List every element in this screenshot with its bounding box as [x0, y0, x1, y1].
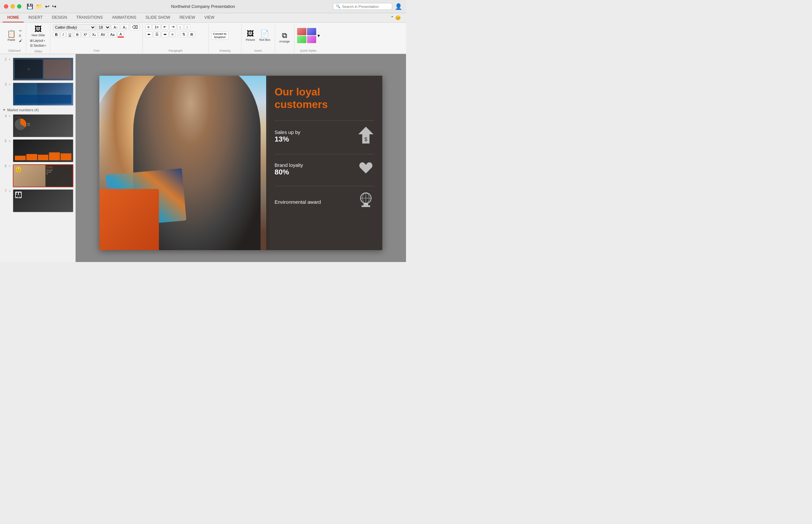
save-icon[interactable]: 💾	[27, 3, 33, 10]
cut-button[interactable]: ✂	[18, 29, 23, 33]
tab-home[interactable]: HOME	[3, 13, 24, 22]
window-controls[interactable]	[4, 4, 21, 9]
convert-smartart-button[interactable]: Convert toSmartArt	[211, 31, 229, 40]
tab-design[interactable]: DESIGN	[47, 13, 72, 22]
align-center-button[interactable]: ☰	[153, 32, 160, 37]
slide-thumbnail-5[interactable]	[13, 139, 73, 162]
align-left-button[interactable]: ⬅	[146, 32, 152, 37]
paste-icon: 📋	[7, 30, 16, 38]
slide-title: Our loyal customers	[274, 86, 374, 111]
columns-button[interactable]: ⫶	[184, 24, 190, 30]
textbox-icon: 📄	[260, 30, 269, 38]
align-right-button[interactable]: ➡	[162, 32, 168, 37]
slide-item-2[interactable]: 2 ★ 🎧	[0, 56, 75, 82]
slide-panel: 2 ★ 🎧 3 ★	[0, 54, 76, 262]
font-color-button[interactable]: A	[117, 32, 124, 37]
ribbon-group-slides: 🖼 New Slide ⊞ Layout ▾ ☰ Section ▾ Slide…	[26, 24, 50, 53]
slide-thumbnail-6[interactable]: 😊 Our loyalcustomers Sales up 13% Brand …	[13, 164, 73, 187]
layout-dropdown-arrow: ▾	[44, 39, 45, 42]
slide-item-6[interactable]: 6 ★ 😊 Our loyalcustomers Sales up 13% Br…	[0, 163, 75, 188]
paste-button[interactable]: 📋 Paste	[5, 29, 17, 43]
line-spacing-button[interactable]: ↕	[177, 24, 183, 30]
copy-button[interactable]: ⎘	[18, 34, 23, 38]
arrange-icon: ⧉	[282, 31, 287, 40]
superscript-button[interactable]: X²	[82, 32, 89, 37]
char-spacing-button[interactable]: AV	[99, 32, 107, 37]
window-title: Northwind Company Presentation	[171, 4, 235, 9]
font-size-select[interactable]: 18	[97, 24, 111, 30]
slide-item-4[interactable]: 4 ★ Northwind 26%21%	[0, 113, 75, 138]
svg-rect-7	[361, 206, 370, 207]
layout-button[interactable]: ⊞ Layout ▾	[29, 38, 47, 43]
bold-button[interactable]: B	[53, 32, 60, 37]
insert-group-label: Insert	[244, 48, 272, 53]
undo-icon[interactable]: ↩	[45, 3, 49, 10]
open-icon[interactable]: 📁	[36, 3, 43, 10]
minimize-button[interactable]	[11, 4, 15, 9]
user-icon[interactable]: 😊	[395, 15, 401, 20]
font-size-increase-button[interactable]: A↑	[112, 25, 120, 30]
section-header[interactable]: ▼ Market numbers (4)	[0, 107, 75, 113]
search-input[interactable]	[342, 5, 388, 9]
numbering-button[interactable]: 1≡	[152, 24, 160, 30]
ribbon-toolbar: 📋 Paste ✂ ⎘ 🖌 Clipboard 🖼 New Slide ⊞ La…	[0, 23, 406, 54]
canvas-area: Our loyal customers Sales up by 13% $	[76, 54, 406, 262]
quick-style-4[interactable]	[307, 36, 316, 43]
main-area: 2 ★ 🎧 3 ★	[0, 54, 406, 262]
text-case-button[interactable]: Aa	[108, 32, 117, 37]
slide-item-3[interactable]: 3 ★	[0, 82, 75, 107]
strikethrough-button[interactable]: S	[74, 32, 80, 37]
section-button[interactable]: ☰ Section ▾	[29, 44, 47, 48]
slide-canvas[interactable]: Our loyal customers Sales up by 13% $	[99, 76, 382, 250]
account-icon[interactable]: 👤	[395, 3, 402, 10]
slides-group-label: Slides	[29, 49, 47, 54]
redo-icon[interactable]: ↪	[52, 3, 56, 10]
search-box[interactable]: 🔍	[333, 3, 392, 10]
quick-style-3[interactable]	[297, 36, 306, 43]
ribbon-group-drawing: Convert toSmartArt Drawing	[208, 24, 241, 53]
decrease-indent-button[interactable]: ⇤	[162, 24, 168, 30]
slide-thumbnail-3[interactable]	[13, 83, 73, 106]
slide-item-5[interactable]: 5 ★	[0, 138, 75, 163]
increase-indent-button[interactable]: ⇥	[169, 24, 176, 30]
underline-button[interactable]: U	[66, 32, 73, 37]
slide-thumbnail-4[interactable]: Northwind 26%21%	[13, 114, 73, 137]
arrange-button[interactable]: ⧉ Arrange	[278, 30, 291, 44]
picture-button[interactable]: 🖼 Picture	[244, 29, 257, 43]
tab-transitions[interactable]: TRANSITIONS	[72, 13, 107, 22]
tab-view[interactable]: VIEW	[200, 13, 219, 22]
tab-animations[interactable]: ANIMATIONS	[107, 13, 141, 22]
slide-thumbnail-2[interactable]: 🎧	[13, 58, 73, 81]
textbox-button[interactable]: 📄 Text Box	[257, 29, 272, 43]
title-bar: 💾 📁 ↩ ↪ Northwind Company Presentation 🔍…	[0, 0, 406, 13]
tab-insert[interactable]: INSERT	[24, 13, 47, 22]
slide-thumbnail-7[interactable]: 👨‍👩‍👧	[13, 189, 73, 212]
justify-button[interactable]: ≡	[169, 32, 175, 37]
section-label: Market numbers (4)	[7, 108, 39, 112]
ribbon-collapse-icon[interactable]: ⌃	[391, 15, 394, 20]
subscript-button[interactable]: X₂	[90, 32, 98, 37]
italic-button[interactable]: I	[61, 32, 66, 37]
quick-styles-label: Quick Styles	[297, 48, 320, 53]
new-slide-button[interactable]: 🖼 New Slide	[29, 24, 47, 38]
align-text-button[interactable]: ⊞	[188, 32, 195, 37]
bullets-button[interactable]: ≡	[146, 24, 151, 30]
format-painter-button[interactable]: 🖌	[18, 38, 23, 43]
close-button[interactable]	[4, 4, 8, 9]
clear-formatting-button[interactable]: ⌫	[130, 24, 140, 30]
slide-item-7[interactable]: 7 ★ 👨‍👩‍👧	[0, 188, 75, 213]
tab-review[interactable]: REVIEW	[175, 13, 200, 22]
quick-styles-dropdown[interactable]: ▾	[318, 33, 320, 38]
maximize-button[interactable]	[17, 4, 21, 9]
tab-slideshow[interactable]: SLIDE SHOW	[141, 13, 175, 22]
svg-text:$: $	[365, 136, 368, 142]
quick-style-1[interactable]	[297, 28, 306, 35]
font-family-select[interactable]: Calibri (Body)	[53, 24, 96, 30]
quick-style-2[interactable]	[307, 28, 316, 35]
slide-stat-2: Brand loyalty 80%	[274, 154, 374, 179]
ribbon-tabs: HOME INSERT DESIGN TRANSITIONS ANIMATION…	[0, 13, 406, 23]
text-direction-button[interactable]: ⇅	[180, 32, 187, 37]
slide-info-section: Our loyal customers Sales up by 13% $	[266, 76, 382, 250]
font-size-decrease-button[interactable]: A↓	[121, 25, 129, 30]
ribbon-group-arrange: ⧉ Arrange	[275, 24, 294, 53]
